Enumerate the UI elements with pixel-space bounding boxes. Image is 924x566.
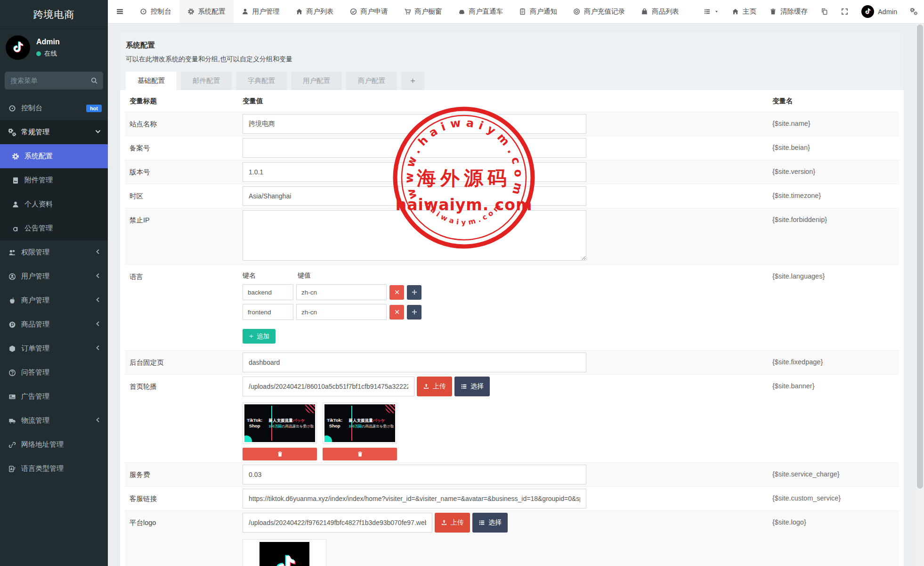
remove-pair-button-1[interactable] <box>389 305 404 320</box>
clear-cache-button[interactable]: 清除缓存 <box>763 0 814 23</box>
row-variable-name: {$site.banner} <box>772 375 899 462</box>
sidebar-item-logistics-mgmt[interactable]: 物流管理 <box>0 409 108 433</box>
delete-banner-button-0[interactable] <box>243 448 317 460</box>
tab-2[interactable]: 字典配置 <box>236 72 287 90</box>
site-name-input[interactable] <box>243 114 586 134</box>
nav-item-console[interactable]: 控制台 <box>132 0 179 23</box>
upload-icon <box>441 519 447 526</box>
sidebar-item-attachment-mgmt[interactable]: 附件管理 <box>0 168 108 192</box>
online-dot <box>36 51 41 56</box>
sidebar-item-merchant-mgmt[interactable]: 商户管理 <box>0 288 108 312</box>
delete-banner-button-1[interactable] <box>323 448 397 460</box>
search-input[interactable] <box>5 72 103 90</box>
nav-item-merchant-notice[interactable]: 商户通知 <box>511 0 565 23</box>
kv-value-header: 键值 <box>298 271 311 280</box>
config-row-site-logo: 平台logo 上传 选择 {$site.logo} <box>125 510 899 566</box>
row-label: 版本号 <box>125 160 243 184</box>
site-banner-choose-button[interactable]: 选择 <box>454 377 490 396</box>
check-icon <box>350 8 357 15</box>
row-label: 后台固定页 <box>125 351 243 374</box>
language-pair-row <box>243 284 772 300</box>
sidebar-item-user-mgmt[interactable]: 用户管理 <box>0 264 108 288</box>
nav-item-system-config[interactable]: 系统配置 <box>179 0 234 23</box>
site-beian-input[interactable] <box>243 138 586 158</box>
search-icon[interactable] <box>90 77 98 84</box>
sidebar-item-ad-mgmt[interactable]: 广告管理 <box>0 385 108 409</box>
tab-4[interactable]: 商户配置 <box>346 72 397 90</box>
sidebar-item-dashboard[interactable]: 控制台hot <box>0 96 108 120</box>
tab-3[interactable]: 用户配置 <box>291 72 342 90</box>
nav-item-merchant-window[interactable]: 商户橱窗 <box>396 0 450 23</box>
translate-button[interactable] <box>814 0 835 23</box>
sidebar-item-network-address[interactable]: 网络地址管理 <box>0 433 108 457</box>
site-service_charge-input[interactable] <box>243 465 586 484</box>
sidebar-item-announcement[interactable]: 公告管理 <box>0 216 108 240</box>
caret-down-icon <box>714 9 719 14</box>
user-menu[interactable]: Admin <box>855 0 904 23</box>
site-banner-upload-button[interactable]: 上传 <box>417 377 452 396</box>
nav-item-merchant-recharge[interactable]: 商户充值记录 <box>565 0 633 23</box>
nav-item-merchant-apply[interactable]: 商户申请 <box>342 0 396 23</box>
nav-item-merchant-express[interactable]: 商户直通车 <box>450 0 511 23</box>
fullscreen-button[interactable] <box>835 0 855 23</box>
row-variable-name: {$site.beian} <box>772 136 899 160</box>
config-row-site-version: 版本号 {$site.version} <box>125 160 899 184</box>
language-value-input-1[interactable] <box>296 304 387 320</box>
row-variable-name: {$site.version} <box>772 160 899 184</box>
prodp-icon <box>8 321 16 328</box>
file-icon <box>12 177 19 184</box>
nav-item-user-mgmt[interactable]: 用户管理 <box>234 0 288 23</box>
bag-icon <box>641 8 648 15</box>
row-variable-name: {$site.fixedpage} <box>772 351 899 374</box>
sidebar-item-system-config[interactable]: 系统配置 <box>0 144 108 168</box>
remove-pair-button-0[interactable] <box>389 285 404 300</box>
link-icon <box>8 441 16 449</box>
site-forbiddenip-textarea[interactable] <box>243 210 586 261</box>
site-version-input[interactable] <box>243 162 586 182</box>
nav-item-product-list[interactable]: 商品列表 <box>633 0 687 23</box>
list-icon <box>461 383 467 390</box>
settings-button[interactable] <box>904 0 924 23</box>
home-button[interactable]: 主页 <box>725 0 763 23</box>
tab-1[interactable]: 邮件配置 <box>181 72 232 90</box>
sidebar-item-order-mgmt[interactable]: 订单管理 <box>0 336 108 361</box>
move-pair-button-1[interactable] <box>407 305 421 320</box>
ann-icon <box>12 225 19 232</box>
gauge-icon <box>140 8 147 15</box>
site-logo-choose-button[interactable]: 选择 <box>472 513 508 533</box>
sidebar-toggle-button[interactable] <box>108 0 132 23</box>
sidebar-item-product-mgmt[interactable]: 商品管理 <box>0 312 108 336</box>
language-key-input-0[interactable] <box>243 284 293 300</box>
tab-0[interactable]: 基础配置 <box>126 72 177 90</box>
sidebar-item-general-mgmt[interactable]: 常规管理 <box>0 120 108 144</box>
language-value-input-0[interactable] <box>296 284 387 300</box>
scrollbar-thumb[interactable] <box>917 25 923 489</box>
user-icon <box>242 8 249 15</box>
avatar[interactable] <box>6 35 30 60</box>
nav-item-merchant-list[interactable]: 商户列表 <box>288 0 342 23</box>
scrollbar-track[interactable] <box>916 24 924 566</box>
sidebar-item-qa-mgmt[interactable]: 问答管理 <box>0 361 108 385</box>
config-row-site-name: 站点名称 {$site.name} <box>125 112 899 136</box>
append-pair-button[interactable]: 追加 <box>243 329 276 344</box>
row-label: 时区 <box>125 184 243 208</box>
site-logo-input[interactable] <box>243 513 432 533</box>
sidebar-item-language-type[interactable]: 语言类型管理 <box>0 457 108 481</box>
banner-pink-stripes <box>385 404 395 413</box>
tasks-menu-button[interactable] <box>697 0 725 23</box>
move-pair-button-0[interactable] <box>407 285 421 300</box>
sidebar-item-profile[interactable]: 个人资料 <box>0 192 108 216</box>
sidebar-item-permission-mgmt[interactable]: 权限管理 <box>0 240 108 264</box>
language-key-input-1[interactable] <box>243 304 293 320</box>
page-title: 系统配置 <box>126 41 894 50</box>
site-custom_service-input[interactable] <box>243 489 586 509</box>
row-label: 备案号 <box>125 136 243 160</box>
list-icon <box>704 8 711 15</box>
site-banner-input[interactable] <box>243 377 414 396</box>
site-timezone-input[interactable] <box>243 186 586 206</box>
add-tab-button[interactable] <box>401 72 424 90</box>
site-fixedpage-input[interactable] <box>243 353 586 372</box>
site-logo-upload-button[interactable]: 上传 <box>435 513 470 533</box>
upload-icon <box>423 383 430 390</box>
row-variable-name: {$site.timezone} <box>772 184 899 208</box>
